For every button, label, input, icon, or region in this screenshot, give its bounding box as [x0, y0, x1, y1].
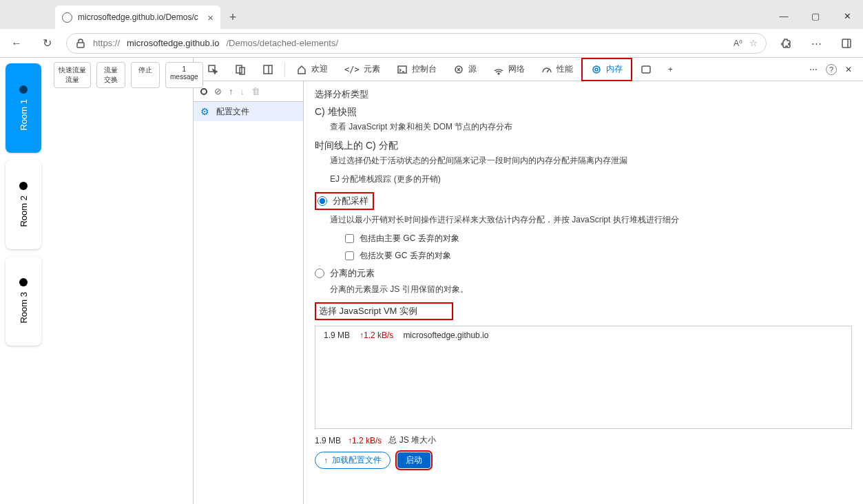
room-3[interactable]: Room 3	[6, 256, 41, 346]
settings-icon[interactable]: ⚙	[200, 106, 209, 117]
tab-console[interactable]: 控制台	[388, 58, 445, 81]
start-button[interactable]: 启动	[397, 452, 430, 468]
app-room-sidebar: Room 1 Room 2 Room 3	[0, 58, 48, 504]
room-2[interactable]: Room 2	[6, 160, 41, 249]
vm-rate: ↑1.2 kB/s	[360, 330, 393, 340]
svg-point-13	[595, 68, 598, 71]
detached-elements-option[interactable]: 分离的元素	[315, 267, 852, 280]
maximize-button[interactable]: ▢	[800, 3, 831, 29]
heap-snapshot-desc: 查看 JavaScript 对象和相关 DOM 节点的内存分布	[330, 121, 852, 133]
svg-rect-4	[236, 65, 242, 73]
svg-rect-14	[642, 66, 650, 73]
detached-desc: 分离的元素显示 JS 引用保留的对象。	[330, 284, 852, 295]
tab-welcome[interactable]: 欢迎	[288, 58, 336, 81]
sampling-desc: 通过以最小开销对长时间操作进行采样来大致估计内存分配，并按 JavaScript…	[330, 214, 852, 226]
minor-gc-label: 包括次要 GC 丢弃的对象	[360, 250, 451, 262]
vm-instance-list[interactable]: 1.9 MB ↑1.2 kB/s microsoftedge.github.io	[315, 326, 852, 429]
app-btn-traffic-swap[interactable]: 流量交换	[96, 62, 125, 88]
close-window-button[interactable]: ✕	[831, 3, 863, 29]
url-path: /Demos/detached-elements/	[226, 38, 338, 48]
devtools-more-icon[interactable]: ⋯	[809, 65, 818, 74]
total-rate: ↑1.2 kB/s	[348, 436, 382, 445]
vm-section-label: 选择 JavaScript VM 实例	[319, 305, 417, 317]
major-gc-checkbox[interactable]	[345, 234, 354, 243]
sampling-title: 分配采样	[333, 195, 368, 207]
more-icon[interactable]: ⋯	[805, 32, 827, 54]
profiles-label: 配置文件	[216, 106, 249, 118]
timeline-alloc-title: 时间线上的 C) 分配	[315, 140, 852, 152]
vm-instance-row[interactable]: 1.9 MB ↑1.2 kB/s microsoftedge.github.io	[315, 326, 851, 344]
svg-rect-0	[77, 43, 84, 48]
devtools-close-icon[interactable]: ✕	[845, 65, 852, 74]
svg-line-11	[547, 70, 549, 72]
sampling-radio[interactable]	[318, 196, 327, 206]
url-protocol: https://	[93, 38, 120, 48]
app-btn-fast-traffic[interactable]: 快速流量流量	[54, 62, 91, 88]
globe-icon	[62, 12, 72, 23]
minimize-button[interactable]: —	[768, 3, 800, 29]
devtools-panel: 欢迎 </>元素 控制台 源 网络 性能 内存 + ⋯ ? ✕ ⊘ ↑ ↓	[193, 58, 863, 504]
tab-network[interactable]: 网络	[485, 58, 533, 81]
tab-performance[interactable]: 性能	[533, 58, 581, 81]
panel-heading: 选择分析类型	[315, 88, 852, 101]
total-size: 1.9 MB	[315, 436, 341, 445]
dock-side-icon[interactable]	[254, 58, 282, 81]
extensions-icon[interactable]	[775, 32, 797, 54]
browser-toolbar: ← ↻ https://microsoftedge.github.io/Demo…	[0, 29, 863, 58]
new-tab-button[interactable]: +	[220, 6, 245, 29]
back-button[interactable]: ←	[6, 32, 28, 54]
refresh-button[interactable]: ↻	[36, 32, 58, 54]
tab-memory[interactable]: 内存	[581, 58, 632, 81]
upload-icon[interactable]: ↑	[229, 86, 233, 96]
load-profile-button[interactable]: ↑ 加载配置文件	[315, 452, 391, 469]
app-btn-stop[interactable]: 停止	[131, 62, 160, 88]
detached-radio[interactable]	[315, 269, 324, 278]
timeline-alloc-desc: 通过选择仍处于活动状态的分配间隔来记录一段时间内的内存分配并隔离内存泄漏	[330, 155, 852, 167]
window-titlebar: microsoftedge.github.io/Demos/c × + — ▢ …	[0, 0, 863, 29]
reading-mode-icon[interactable]: A⁰	[734, 39, 742, 48]
window-controls: — ▢ ✕	[768, 3, 863, 29]
memory-toolbar: ⊘ ↑ ↓ 🗑	[194, 81, 303, 102]
tab-app-icon[interactable]	[632, 58, 660, 81]
app-btn-message[interactable]: 1message	[165, 62, 203, 88]
record-icon[interactable]	[200, 88, 207, 95]
svg-point-10	[498, 73, 499, 74]
major-gc-label: 包括由主要 GC 丢弃的对象	[360, 233, 459, 244]
memory-main-panel: 选择分析类型 C) 堆快照 查看 JavaScript 对象和相关 DOM 节点…	[304, 81, 863, 504]
app-action-buttons: 快速流量流量 流量交换 停止 1message	[54, 62, 203, 88]
memory-sidebar: ⊘ ↑ ↓ 🗑 ⚙ 配置文件	[194, 81, 304, 504]
favorite-icon[interactable]: ☆	[749, 38, 758, 48]
vm-host: microsoftedge.github.io	[403, 330, 488, 340]
download-icon[interactable]: ↓	[240, 86, 245, 96]
svg-rect-1	[842, 39, 851, 48]
room-1[interactable]: Room 1	[6, 63, 41, 153]
trash-icon[interactable]: 🗑	[251, 86, 260, 96]
devtools-tabstrip: 欢迎 </>元素 控制台 源 网络 性能 内存 + ⋯ ? ✕	[194, 58, 863, 81]
total-label: 总 JS 堆大小	[388, 434, 436, 446]
browser-tab[interactable]: microsoftedge.github.io/Demos/c ×	[55, 6, 220, 29]
tab-title: microsoftedge.github.io/Demos/c	[78, 12, 198, 22]
tab-sources[interactable]: 源	[445, 58, 485, 81]
profiles-row[interactable]: ⚙ 配置文件	[194, 102, 303, 121]
svg-point-12	[593, 66, 600, 73]
timeline-alloc-sub: EJ 分配堆栈跟踪 (更多的开销)	[330, 174, 852, 185]
allocation-sampling-option[interactable]: 分配采样	[315, 192, 852, 210]
svg-rect-6	[264, 65, 272, 74]
clear-icon[interactable]: ⊘	[214, 86, 222, 96]
vm-size: 1.9 MB	[324, 330, 350, 340]
url-host: microsoftedge.github.io	[127, 38, 219, 48]
inspect-element-icon[interactable]	[199, 58, 227, 81]
minor-gc-checkbox[interactable]	[345, 251, 354, 260]
sidebar-toggle-icon[interactable]	[835, 32, 857, 54]
lock-icon	[75, 38, 86, 49]
detached-title: 分离的元素	[330, 267, 375, 280]
close-tab-icon[interactable]: ×	[207, 12, 214, 23]
tab-elements[interactable]: </>元素	[336, 58, 388, 81]
device-toggle-icon[interactable]	[227, 58, 254, 81]
heap-snapshot-title: C) 堆快照	[315, 106, 852, 118]
address-bar[interactable]: https://microsoftedge.github.io/Demos/de…	[66, 33, 767, 54]
main-area: Room 1 Room 2 Room 3 欢迎 </>元素 控制台 源 网络 性…	[0, 58, 863, 504]
devtools-help-icon[interactable]: ?	[826, 64, 837, 75]
tab-add-button[interactable]: +	[660, 58, 681, 81]
